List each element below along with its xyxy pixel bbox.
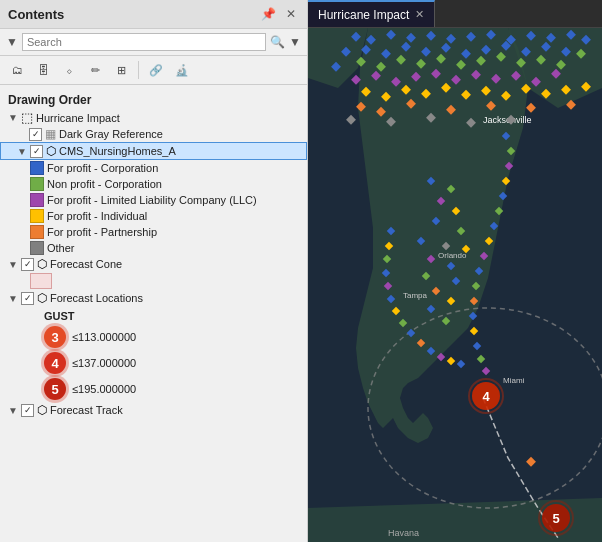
svg-text:4: 4 — [482, 389, 490, 404]
gust-label: GUST — [44, 308, 307, 324]
layer-forecast-cone[interactable]: ▼ ⬡ Forecast Cone — [0, 256, 307, 272]
cone-expand: ▼ — [8, 259, 18, 270]
map-tab-bar: Hurricane Impact ✕ — [308, 0, 602, 28]
gust-value-3: ≤113.000000 — [72, 331, 136, 343]
legend-partnership: For profit - Partnership — [0, 224, 307, 240]
dark-gray-checkbox[interactable] — [29, 128, 42, 141]
hurricane-badge-4: 4 — [44, 352, 66, 374]
other-swatch — [30, 241, 44, 255]
hurricane-badge-5: 5 — [44, 378, 66, 400]
map-tab-hurricane[interactable]: Hurricane Impact ✕ — [308, 0, 435, 27]
search-input[interactable] — [22, 33, 266, 51]
cone-swatch — [30, 273, 52, 289]
layer-cms-nursinghomes[interactable]: ▼ ⬡ CMS_NursingHomes_A — [0, 142, 307, 160]
svg-text:Miami: Miami — [503, 376, 525, 385]
search-bar: ▼ 🔍 ▼ — [0, 29, 307, 56]
gust-section: GUST 3 ≤113.000000 4 ≤137.000000 5 — [0, 306, 307, 402]
link-btn[interactable]: 🔗 — [145, 59, 167, 81]
map-area[interactable]: Jacksonville Orlando Tampa Miami Havana … — [308, 28, 602, 542]
legend-other: Other — [0, 240, 307, 256]
pin-icon[interactable]: 📌 — [258, 6, 279, 22]
cone-checkbox[interactable] — [21, 258, 34, 271]
map-panel: Hurricane Impact ✕ Jacksonville Orlando — [308, 0, 602, 542]
layer-dark-gray-ref[interactable]: ▦ Dark Gray Reference — [0, 126, 307, 142]
layer-hurricane-impact[interactable]: ▼ ⬚ Hurricane Impact — [0, 109, 307, 126]
track-label: Forecast Track — [50, 404, 123, 416]
legend-llc: For profit - Limited Liability Company (… — [0, 192, 307, 208]
llc-label: For profit - Limited Liability Company (… — [47, 194, 257, 206]
panel-header: Contents 📌 ✕ — [0, 0, 307, 29]
partnership-swatch — [30, 225, 44, 239]
partnership-label: For profit - Partnership — [47, 226, 157, 238]
list-view-btn[interactable]: 🗂 — [6, 59, 28, 81]
svg-text:Havana: Havana — [388, 528, 419, 538]
nonprofit-swatch — [30, 177, 44, 191]
tab-close-icon[interactable]: ✕ — [415, 8, 424, 21]
cone-swatch-row — [0, 272, 307, 290]
cone-label: Forecast Cone — [50, 258, 122, 270]
legend-nonprofit-corp: Non profit - Corporation — [0, 176, 307, 192]
layer-forecast-locations[interactable]: ▼ ⬡ Forecast Locations — [0, 290, 307, 306]
edit-btn[interactable]: ✏ — [84, 59, 106, 81]
contents-body: Drawing Order ▼ ⬚ Hurricane Impact ▦ Dar… — [0, 85, 307, 542]
track-layer-icon: ⬡ — [37, 403, 47, 417]
locations-label: Forecast Locations — [50, 292, 143, 304]
cms-label: CMS_NursingHomes_A — [59, 145, 176, 157]
filter-icon[interactable]: ▼ — [6, 35, 18, 49]
cms-expand-arrow: ▼ — [17, 146, 27, 157]
track-checkbox[interactable] — [21, 404, 34, 417]
cms-checkbox[interactable] — [30, 145, 43, 158]
drawing-order-label: Drawing Order — [0, 89, 307, 109]
locations-expand: ▼ — [8, 293, 18, 304]
group-icon: ⬚ — [21, 110, 33, 125]
feature-layer-icon: ⬡ — [46, 144, 56, 158]
corp-swatch — [30, 161, 44, 175]
svg-text:Tampa: Tampa — [403, 291, 428, 300]
gust-value-5: ≤195.000000 — [72, 383, 136, 395]
search-icon[interactable]: 🔍 — [270, 35, 285, 49]
badge-3-number: 3 — [51, 330, 58, 345]
db-view-btn[interactable]: 🗄 — [32, 59, 54, 81]
locations-checkbox[interactable] — [21, 292, 34, 305]
contents-panel: Contents 📌 ✕ ▼ 🔍 ▼ 🗂 🗄 ⬦ ✏ ⊞ 🔗 🔬 Drawing… — [0, 0, 308, 542]
legend-corporation: For profit - Corporation — [0, 160, 307, 176]
cone-layer-icon: ⬡ — [37, 257, 47, 271]
legend-individual: For profit - Individual — [0, 208, 307, 224]
toolbar-divider — [138, 61, 139, 79]
expand-arrow: ▼ — [8, 112, 18, 123]
gust-item-4: 4 ≤137.000000 — [44, 350, 307, 376]
grid-btn[interactable]: ⊞ — [110, 59, 132, 81]
search-options-icon[interactable]: ▼ — [289, 35, 301, 49]
track-expand: ▼ — [8, 405, 18, 416]
svg-text:Orlando: Orlando — [438, 251, 467, 260]
locations-layer-icon: ⬡ — [37, 291, 47, 305]
panel-title: Contents — [8, 7, 64, 22]
svg-text:5: 5 — [552, 511, 559, 526]
gust-item-5: 5 ≤195.000000 — [44, 376, 307, 402]
dark-gray-label: Dark Gray Reference — [59, 128, 163, 140]
gust-value-4: ≤137.000000 — [72, 357, 136, 369]
map-tab-label: Hurricane Impact — [318, 8, 409, 22]
corp-label: For profit - Corporation — [47, 162, 158, 174]
analysis-btn[interactable]: 🔬 — [171, 59, 193, 81]
close-icon[interactable]: ✕ — [283, 6, 299, 22]
map-svg: Jacksonville Orlando Tampa Miami Havana … — [308, 28, 602, 542]
hurricane-badge-3: 3 — [44, 326, 66, 348]
layer-forecast-track[interactable]: ▼ ⬡ Forecast Track — [0, 402, 307, 418]
panel-header-icons: 📌 ✕ — [258, 6, 299, 22]
layer-hurricane-impact-label: Hurricane Impact — [36, 112, 120, 124]
badge-5-number: 5 — [51, 382, 58, 397]
badge-4-number: 4 — [51, 356, 58, 371]
individual-swatch — [30, 209, 44, 223]
gust-item-3: 3 ≤113.000000 — [44, 324, 307, 350]
basemap-icon: ▦ — [45, 127, 56, 141]
toolbar: 🗂 🗄 ⬦ ✏ ⊞ 🔗 🔬 — [0, 56, 307, 85]
llc-swatch — [30, 193, 44, 207]
filter-btn[interactable]: ⬦ — [58, 59, 80, 81]
individual-label: For profit - Individual — [47, 210, 147, 222]
nonprofit-label: Non profit - Corporation — [47, 178, 162, 190]
other-label: Other — [47, 242, 75, 254]
